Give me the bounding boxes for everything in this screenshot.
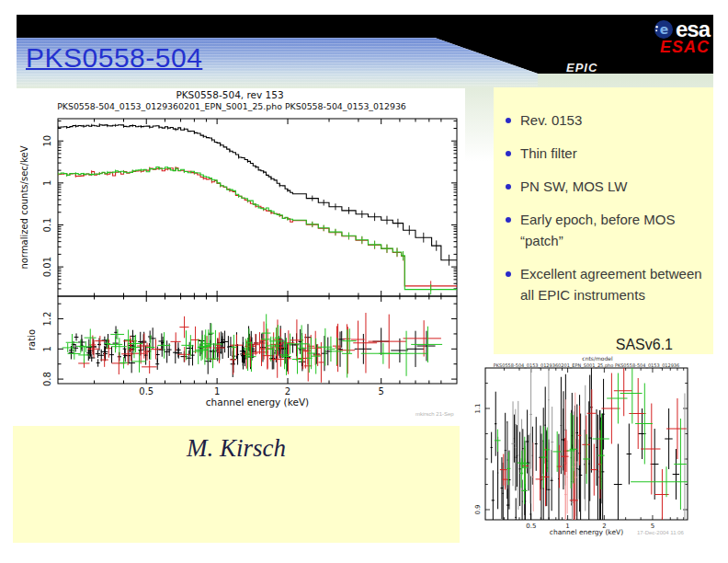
epic-label: EPIC: [566, 61, 597, 75]
svg-text:normalized counts/sec/keV: normalized counts/sec/keV: [19, 145, 29, 269]
main-spectrum-chart: PKS0558-504, rev 153PKS0558-504_0153_012…: [13, 88, 465, 425]
page-title-link[interactable]: PKS0558-504: [26, 42, 202, 74]
svg-text:PKS0558-504_0153_0129360201_EP: PKS0558-504_0153_0129360201_EPN_S001_25.…: [57, 101, 406, 111]
svg-text:1: 1: [42, 346, 52, 351]
bullet-text: PN SW, MOS LW: [520, 176, 627, 197]
esa-globe-icon: e: [654, 19, 674, 40]
svg-text:0.5: 0.5: [526, 523, 536, 530]
bullet-icon: [506, 184, 511, 190]
svg-text:channel energy (keV): channel energy (keV): [550, 528, 623, 536]
svg-text:0.5: 0.5: [139, 386, 154, 396]
svg-text:channel energy (keV): channel energy (keV): [206, 396, 309, 408]
bullet-text: Thin filter: [520, 143, 577, 164]
svg-text:1.1: 1.1: [474, 403, 482, 413]
bullet-text: Early epoch, before MOS “patch”: [520, 209, 708, 251]
svg-text:e: e: [660, 22, 669, 37]
bullet-item: Rev. 0153: [506, 109, 708, 131]
bullet-item: PN SW, MOS LW: [506, 176, 708, 197]
author-box: M. Kirsch: [13, 426, 460, 543]
plot-date-stamp: mkirsch 21-Sep: [415, 411, 454, 417]
bullet-icon: [506, 217, 511, 223]
sas-version-label: SASv6.1: [616, 337, 673, 353]
header: PKS0558-504 e esa ESAC EPIC: [17, 15, 713, 87]
ratio-chart: cnts/modelPKS0558-504_0153_0129360201_EP…: [473, 354, 724, 547]
svg-text:2: 2: [285, 386, 290, 396]
svg-text:1.2: 1.2: [42, 312, 52, 327]
bullet-list: Rev. 0153 Thin filter PN SW, MOS LW Earl…: [494, 87, 713, 305]
bullet-text: Excellent agreement between all EPIC ins…: [520, 263, 708, 305]
svg-text:0.01: 0.01: [42, 257, 52, 277]
slide: PKS0558-504 e esa ESAC EPIC PKS0558-504,…: [0, 0, 728, 563]
svg-text:0.1: 0.1: [42, 218, 52, 233]
svg-text:5: 5: [379, 386, 384, 396]
main-spectrum-plot: PKS0558-504, rev 153PKS0558-504_0153_012…: [13, 88, 465, 425]
notes-panel: Rev. 0153 Thin filter PN SW, MOS LW Earl…: [494, 87, 713, 354]
esac-label: ESAC: [654, 40, 710, 54]
bullet-icon: [506, 151, 511, 156]
esa-logo-row: e esa: [654, 19, 710, 40]
svg-text:ratio: ratio: [27, 329, 37, 350]
svg-text:10: 10: [42, 135, 52, 147]
svg-text:1: 1: [214, 386, 220, 396]
bullet-item: Early epoch, before MOS “patch”: [506, 209, 708, 251]
bullet-item: Thin filter: [506, 143, 708, 164]
bullet-item: Excellent agreement between all EPIC ins…: [506, 263, 708, 305]
svg-text:5: 5: [651, 523, 654, 530]
svg-text:0.9: 0.9: [474, 504, 482, 514]
bullet-text: Rev. 0153: [520, 109, 582, 131]
svg-text:PKS0558-504, rev 153: PKS0558-504, rev 153: [176, 89, 283, 100]
bullet-icon: [506, 118, 511, 123]
plot-date-stamp: 17-Dec-2004 11:06: [637, 530, 684, 535]
esa-logo: e esa ESAC: [654, 19, 710, 54]
bullet-icon: [506, 271, 511, 277]
author-name: M. Kirsch: [13, 434, 460, 463]
svg-text:1: 1: [42, 180, 52, 186]
ratio-plot: cnts/modelPKS0558-504_0153_0129360201_EP…: [473, 354, 724, 547]
esa-wordmark: esa: [676, 19, 710, 40]
svg-text:0.8: 0.8: [42, 372, 52, 386]
svg-text:cnts/model: cnts/model: [582, 355, 613, 362]
